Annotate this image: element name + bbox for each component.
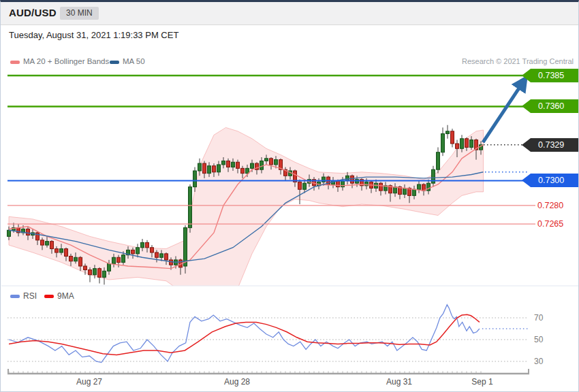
main-legend: MA 20 + Bollinger Bands MA 50 Research ©…	[1, 57, 578, 67]
support1-price-label: 0.7280	[537, 201, 578, 210]
rsi-legend-swatch-icon	[10, 295, 20, 298]
resistance1-price-tag: 0.7360	[522, 99, 579, 113]
rsi-legend: RSI 9MA	[1, 291, 205, 301]
rsi-tick-30: 30	[534, 357, 554, 366]
x-axis-label: Sep 1	[471, 377, 492, 387]
title-bar: AUD/USD 30 MIN	[1, 2, 578, 25]
last-price-tag: 0.7329	[522, 138, 579, 152]
rsi-tick-50: 50	[534, 335, 554, 344]
ma20-legend-label: MA 20 + Bollinger Bands	[23, 57, 109, 65]
symbol-title: AUD/USD	[9, 7, 57, 18]
x-axis-label: Aug 28	[224, 377, 250, 387]
research-credit: Research © 2021 Trading Central	[462, 57, 574, 65]
resistance2-price-tag: 0.7385	[522, 69, 579, 82]
timeframe-badge[interactable]: 30 MIN	[60, 7, 99, 20]
rsi-ma-legend-swatch-icon	[44, 295, 54, 298]
ma50-legend-label: MA 50	[123, 57, 145, 65]
rsi-tick-70: 70	[534, 313, 554, 323]
rsi-ma-legend-label: 9MA	[57, 291, 74, 301]
x-axis-label: Aug 31	[386, 377, 412, 387]
chart-window: AUD/USD 30 MIN Tuesday, August 31, 2021 …	[0, 0, 579, 392]
pivot-price-tag: 0.7300	[522, 174, 579, 187]
ma50-legend-swatch-icon	[110, 61, 119, 64]
chart-timestamp: Tuesday, August 31, 2021 1:19:33 PM CET	[9, 30, 178, 40]
ma20-legend-swatch-icon	[10, 61, 20, 64]
support2-price-label: 0.7265	[537, 219, 578, 229]
rsi-legend-label: RSI	[23, 291, 37, 301]
x-axis-label: Aug 27	[76, 377, 102, 387]
bullish-arrow	[483, 79, 525, 142]
